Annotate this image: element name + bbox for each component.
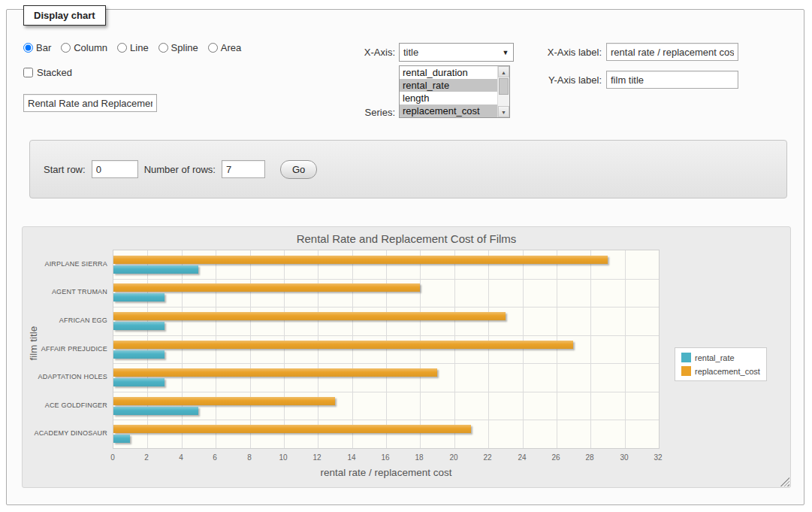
gridline-vertical	[352, 250, 353, 448]
gridline-vertical	[625, 250, 626, 448]
gridline-vertical	[318, 250, 318, 448]
chart-type-radio[interactable]	[208, 43, 218, 53]
gridline-vertical	[488, 250, 489, 448]
x-tick-label: 16	[381, 453, 389, 462]
category-label: AGENT TRUMAN	[52, 288, 107, 295]
gridline-horizontal	[113, 363, 659, 364]
gridline-horizontal	[113, 307, 659, 308]
go-button[interactable]: Go	[280, 160, 317, 179]
chart-type-bar[interactable]: Bar	[23, 42, 51, 53]
series-multiselect[interactable]: rental_durationrental_ratelengthreplacem…	[399, 65, 510, 118]
bar-rental_rate	[113, 265, 198, 274]
gridline-horizontal	[113, 392, 659, 392]
x-tick-label: 10	[279, 453, 287, 462]
gridline-vertical	[557, 250, 557, 448]
category-label: AIRPLANE SIERRA	[44, 260, 107, 268]
gridline-vertical	[454, 250, 455, 448]
stacked-label: Stacked	[37, 67, 72, 78]
chart-x-axis-title: rental rate / replacement cost	[113, 467, 660, 478]
x-tick-label: 28	[585, 453, 593, 462]
chart-type-label: Spline	[171, 42, 198, 53]
chart-type-radio[interactable]	[61, 43, 71, 53]
series-option-replacement_cost[interactable]: replacement_cost	[400, 105, 497, 117]
bar-rental_rate	[113, 322, 165, 330]
bar-rental_rate	[113, 435, 130, 443]
series-scrollbar[interactable]: ▲ ▼	[497, 66, 509, 117]
resize-handle-icon[interactable]	[780, 477, 789, 486]
y-category-labels: AIRPLANE SIERRAAGENT TRUMANAFRICAN EGGAF…	[23, 250, 107, 449]
gridline-horizontal	[113, 420, 659, 420]
category-label: AFRICAN EGG	[59, 317, 107, 324]
bar-replacement_cost	[113, 256, 608, 264]
x-tick-label: 0	[110, 453, 115, 462]
chart-type-group: BarColumnLineSplineArea	[23, 42, 241, 53]
series-option-rental_duration[interactable]: rental_duration	[400, 66, 497, 79]
bar-rental_rate	[113, 293, 165, 301]
x-tick-label: 26	[551, 453, 560, 462]
x-tick-label: 6	[213, 453, 217, 462]
category-label: ACADEMY DINOSAUR	[34, 429, 107, 437]
y-axis-label-input[interactable]	[606, 71, 738, 89]
chart-type-label: Bar	[36, 42, 51, 53]
legend-item: rental_rate	[681, 353, 760, 362]
scroll-up-icon[interactable]: ▲	[498, 66, 509, 77]
legend-label: replacement_cost	[695, 367, 760, 376]
x-axis-select[interactable]: title ▼	[399, 43, 514, 62]
start-row-label: Start row:	[44, 164, 86, 175]
y-axis-label-label: Y-Axis label:	[533, 74, 602, 86]
legend-label: rental_rate	[695, 353, 735, 362]
x-tick-label: 30	[620, 453, 628, 462]
gridline-horizontal	[113, 335, 659, 336]
chart-type-column[interactable]: Column	[61, 42, 107, 53]
scroll-down-icon[interactable]: ▼	[498, 106, 509, 117]
chart-title-input[interactable]	[23, 94, 157, 112]
x-tick-label: 22	[483, 453, 491, 462]
chart-type-radio[interactable]	[117, 43, 127, 53]
stacked-checkbox[interactable]	[23, 68, 33, 77]
num-rows-input[interactable]	[222, 160, 265, 178]
gridline-vertical	[147, 250, 148, 448]
x-axis-label-label: X-Axis label:	[533, 47, 602, 58]
gridline-vertical	[523, 250, 524, 448]
legend-swatch	[681, 353, 691, 362]
plot-area	[113, 250, 660, 449]
chart-type-line[interactable]: Line	[117, 42, 149, 53]
x-tick-label: 24	[518, 453, 526, 462]
bar-replacement_cost	[113, 368, 437, 377]
x-axis-label-input[interactable]	[606, 43, 738, 61]
chart-type-label: Area	[221, 42, 241, 53]
x-tick-label: 4	[179, 453, 183, 462]
chart-type-area[interactable]: Area	[208, 42, 241, 53]
bar-replacement_cost	[113, 425, 471, 433]
gridline-vertical	[590, 250, 591, 448]
scrollbar-thumb[interactable]	[499, 78, 509, 95]
series-option-length[interactable]: length	[400, 92, 497, 105]
chart-container: Rental Rate and Replacement Cost of Film…	[22, 226, 791, 488]
bar-replacement_cost	[113, 341, 573, 349]
series-option-rental_rate[interactable]: rental_rate	[400, 79, 497, 92]
display-chart-screen: Display chart BarColumnLineSplineArea St…	[0, 0, 812, 512]
chevron-down-icon: ▼	[498, 49, 513, 56]
x-tick-label: 12	[312, 453, 321, 462]
chart-type-radio[interactable]	[23, 43, 33, 53]
legend-item: replacement_cost	[681, 366, 760, 376]
row-range-panel: Start row: Number of rows: Go	[29, 140, 787, 198]
series-select-label: Series:	[345, 107, 395, 118]
bar-replacement_cost	[113, 283, 420, 292]
chart-type-label: Column	[74, 42, 107, 53]
gridline-vertical	[216, 250, 216, 448]
category-label: ADAPTATION HOLES	[38, 373, 107, 380]
display-chart-fieldset: Display chart BarColumnLineSplineArea St…	[6, 9, 804, 505]
category-label: AFFAIR PREJUDICE	[41, 345, 107, 353]
start-row-input[interactable]	[92, 160, 138, 178]
bar-replacement_cost	[113, 312, 506, 320]
category-label: ACE GOLDFINGER	[45, 401, 107, 409]
chart-type-spline[interactable]: Spline	[158, 42, 198, 53]
x-tick-label: 2	[144, 453, 149, 462]
display-chart-legend: Display chart	[23, 5, 106, 26]
gridline-horizontal	[113, 279, 659, 280]
x-tick-label: 32	[654, 453, 662, 462]
x-tick-label: 14	[347, 453, 355, 462]
chart-type-radio[interactable]	[158, 43, 168, 53]
chart-title: Rental Rate and Replacement Cost of Film…	[23, 232, 790, 245]
